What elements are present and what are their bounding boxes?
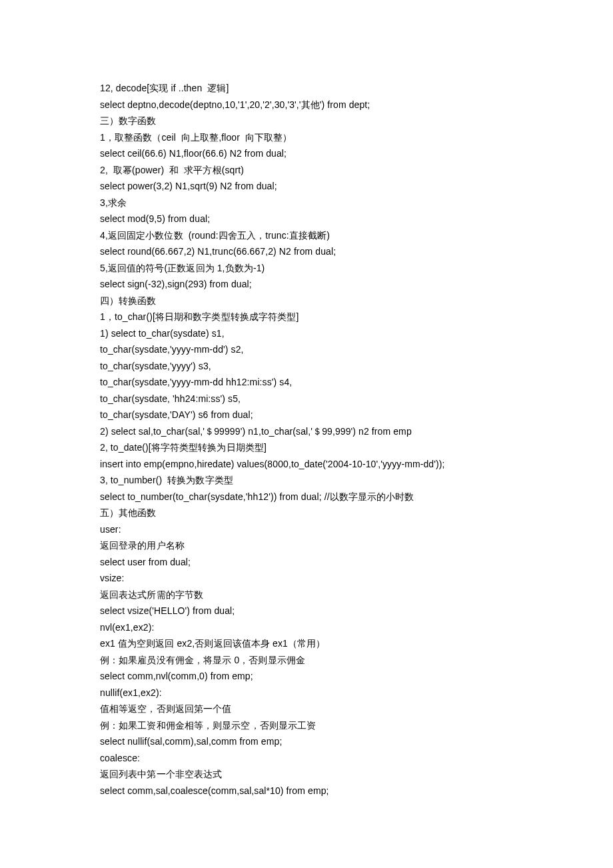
text-line: to_char(sysdate,'yyyy-mm-dd') s2, [100, 341, 513, 358]
text-line: 2, to_date()[将字符类型转换为日期类型] [100, 439, 513, 456]
text-line: 返回列表中第一个非空表达式 [100, 766, 513, 783]
text-line: 返回登录的用户名称 [100, 537, 513, 554]
text-line: select comm,nvl(comm,0) from emp; [100, 668, 513, 685]
text-line: 3, to_number() 转换为数字类型 [100, 472, 513, 489]
text-line: 2, 取幂(power) 和 求平方根(sqrt) [100, 162, 513, 179]
text-line: vsize: [100, 570, 513, 587]
text-line: 四）转换函数 [100, 293, 513, 309]
text-line: select power(3,2) N1,sqrt(9) N2 from dua… [100, 178, 513, 195]
text-line: 五）其他函数 [100, 505, 513, 521]
text-line: 例：如果工资和佣金相等，则显示空，否则显示工资 [100, 717, 513, 734]
text-line: select ceil(66.6) N1,floor(66.6) N2 from… [100, 145, 513, 162]
text-line: 5,返回值的符号(正数返回为 1,负数为-1) [100, 260, 513, 277]
text-line: 例：如果雇员没有佣金，将显示 0，否则显示佣金 [100, 652, 513, 669]
text-line: select round(66.667,2) N1,trunc(66.667,2… [100, 243, 513, 260]
text-line: select sign(-32),sign(293) from dual; [100, 276, 513, 293]
document-page: 12, decode[实现 if ..then 逻辑] select deptn… [0, 0, 613, 852]
text-line: 1，to_char()[将日期和数字类型转换成字符类型] [100, 309, 513, 325]
text-line: select vsize('HELLO') from dual; [100, 603, 513, 619]
text-line: select user from dual; [100, 554, 513, 571]
text-line: user: [100, 521, 513, 538]
text-line: 返回表达式所需的字节数 [100, 587, 513, 603]
text-line: select to_number(to_char(sysdate,'hh12')… [100, 489, 513, 505]
text-line: 三）数字函数 [100, 113, 513, 129]
text-line: ex1 值为空则返回 ex2,否则返回该值本身 ex1（常用） [100, 635, 513, 652]
text-line: to_char(sysdate,'DAY') s6 from dual; [100, 407, 513, 423]
text-line: nvl(ex1,ex2): [100, 619, 513, 636]
text-line: 3,求余 [100, 195, 513, 211]
text-line: insert into emp(empno,hiredate) values(8… [100, 456, 513, 473]
text-line: select comm,sal,coalesce(comm,sal,sal*10… [100, 783, 513, 799]
text-line: 1，取整函数（ceil 向上取整,floor 向下取整） [100, 129, 513, 146]
text-line: select mod(9,5) from dual; [100, 211, 513, 227]
text-line: 4,返回固定小数位数 (round:四舍五入，trunc:直接截断) [100, 227, 513, 244]
text-line: 2) select sal,to_char(sal,'＄99999') n1,t… [100, 423, 513, 440]
text-line: to_char(sysdate,'yyyy') s3, [100, 358, 513, 375]
text-line: to_char(sysdate,'yyyy-mm-dd hh12:mi:ss')… [100, 374, 513, 391]
text-line: select deptno,decode(deptno,10,'1',20,'2… [100, 97, 513, 113]
text-line: 12, decode[实现 if ..then 逻辑] [100, 80, 513, 97]
text-line: nullif(ex1,ex2): [100, 685, 513, 701]
text-line: select nullif(sal,comm),sal,comm from em… [100, 733, 513, 750]
text-line: coalesce: [100, 750, 513, 767]
text-line: to_char(sysdate, 'hh24:mi:ss') s5, [100, 391, 513, 407]
text-line: 值相等返空，否则返回第一个值 [100, 701, 513, 717]
text-line: 1) select to_char(sysdate) s1, [100, 325, 513, 342]
